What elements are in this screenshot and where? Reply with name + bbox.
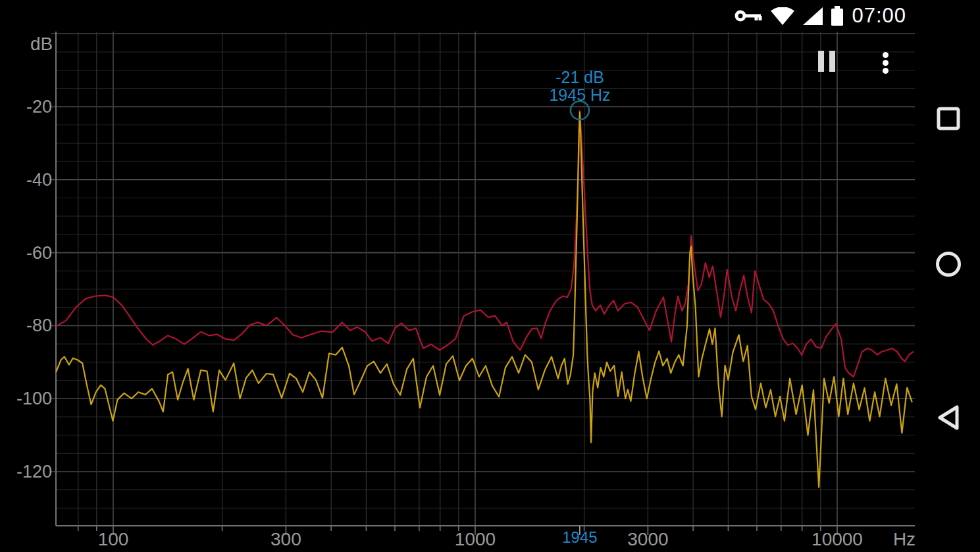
x-tick-label: 3000 (627, 529, 668, 549)
y-tick-label: -20 (26, 97, 52, 117)
y-tick-label: -40 (26, 170, 52, 190)
overflow-menu-icon (883, 68, 889, 74)
recents-square-icon (939, 109, 958, 128)
wifi-icon (771, 7, 794, 25)
x-tick-label: 100 (98, 529, 129, 549)
cell-signal-icon (803, 7, 823, 25)
y-axis-unit-label: dB (30, 34, 53, 54)
overflow-menu-icon (883, 52, 889, 58)
spectrum-plot[interactable]: -20-40-60-80-100-1201003001000300010000d… (0, 0, 980, 552)
live-trace (56, 112, 912, 487)
back-button[interactable] (937, 404, 960, 431)
key-icon (735, 7, 762, 24)
battery-icon (831, 6, 843, 26)
pause-icon (829, 51, 835, 72)
status-clock: 07:00 (852, 4, 906, 28)
status-bar: 07:00 (0, 0, 906, 32)
home-button[interactable] (935, 251, 962, 277)
home-circle-icon (938, 254, 960, 275)
pause-icon (818, 51, 824, 72)
navigation-bar (917, 0, 980, 552)
x-tick-label: 1000 (455, 529, 496, 549)
average-trace (56, 111, 914, 377)
recents-button[interactable] (937, 107, 960, 130)
x-tick-label: 300 (271, 529, 301, 549)
screen: { "status_bar": { "time": "07:00", "icon… (0, 0, 980, 552)
x-tick-label: 10000 (812, 529, 863, 549)
overflow-menu-icon (883, 60, 889, 66)
x-axis-unit-label: Hz (893, 529, 916, 549)
pause-button[interactable] (818, 51, 835, 72)
y-tick-label: -60 (26, 243, 52, 263)
y-tick-label: -80 (26, 316, 52, 335)
marker-axis-label: 1945 (562, 528, 597, 546)
back-triangle-icon (940, 407, 957, 428)
y-tick-label: -100 (16, 389, 52, 408)
overflow-menu-button[interactable] (883, 52, 889, 74)
y-tick-label: -120 (16, 462, 52, 482)
marker-freq-label: 1945 Hz (527, 86, 632, 105)
marker-db-label: -21 dB (527, 68, 632, 87)
